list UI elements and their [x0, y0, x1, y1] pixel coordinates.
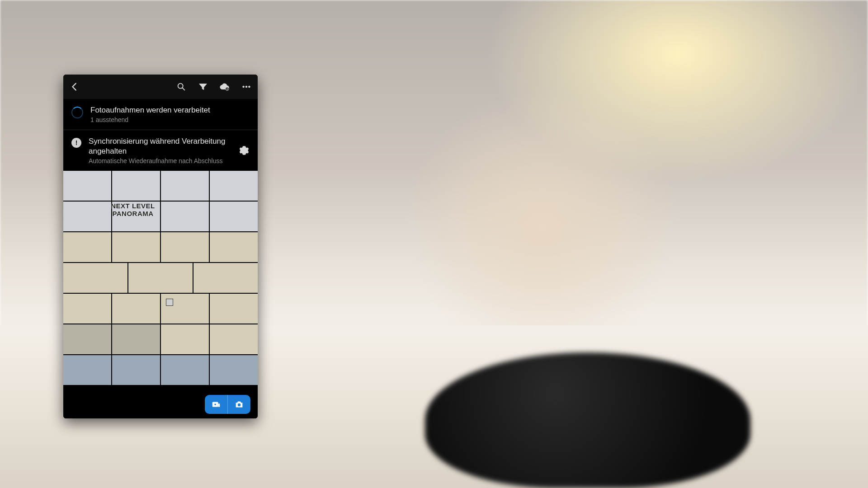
cloud-sync-icon[interactable]: ! — [218, 80, 231, 94]
sync-subtitle: Automatische Wiederaufnahme nach Abschlu… — [89, 157, 231, 164]
filter-icon[interactable] — [196, 80, 210, 94]
add-photos-pill — [205, 395, 250, 414]
more-icon[interactable] — [240, 80, 253, 94]
sync-title: Synchronisierung während Verarbeitung an… — [89, 136, 231, 156]
sync-status-row[interactable]: ! Synchronisierung während Verarbeitung … — [63, 130, 258, 171]
info-icon: ! — [71, 138, 81, 148]
processing-subtitle: 1 ausstehend — [90, 116, 210, 123]
svg-point-4 — [245, 86, 247, 88]
photo-grid[interactable]: NEXT LEVEL PANORAMA — [63, 171, 258, 385]
gear-icon[interactable] — [239, 144, 250, 157]
bottom-bar — [63, 390, 258, 418]
back-button[interactable] — [68, 80, 81, 94]
selection-check-icon — [166, 299, 173, 306]
svg-point-3 — [243, 86, 245, 88]
video-foreground-blob — [425, 352, 750, 488]
app-toolbar: ! — [63, 75, 258, 99]
svg-point-5 — [249, 86, 250, 88]
thumb-overlay-text: NEXT LEVEL PANORAMA — [108, 202, 158, 217]
processing-status-row[interactable]: Fotoaufnahmen werden verarbeitet 1 ausst… — [63, 99, 258, 130]
phone-screen-overlay: ! Fotoaufnahmen werden verarbeitet 1 aus… — [63, 75, 258, 418]
search-icon[interactable] — [175, 80, 188, 94]
spinner-icon — [71, 107, 83, 118]
processing-title: Fotoaufnahmen werden verarbeitet — [90, 105, 210, 115]
svg-point-8 — [238, 404, 241, 406]
svg-point-0 — [178, 84, 183, 89]
camera-button[interactable] — [227, 395, 250, 414]
import-button[interactable] — [205, 395, 227, 414]
svg-point-7 — [214, 404, 216, 405]
